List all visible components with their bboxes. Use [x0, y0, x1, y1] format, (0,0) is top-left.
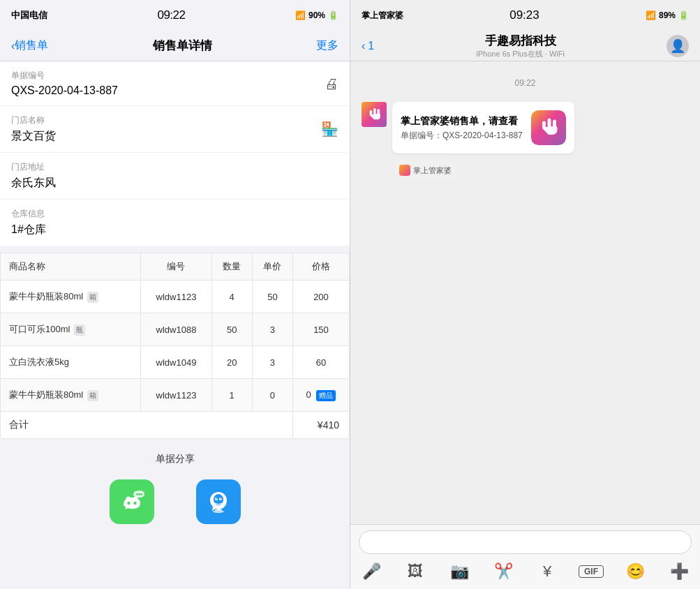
share-qq-button[interactable]	[196, 479, 241, 524]
right-battery: 89%	[659, 10, 676, 20]
camera-icon[interactable]: 📷	[447, 562, 472, 581]
product-total-2: 150	[292, 313, 349, 346]
left-status-bar: 中国电信 09:22 📶 90% 🔋	[0, 0, 350, 31]
chat-contact-name: 手趣易指科技	[374, 33, 667, 49]
card-hand-icon	[531, 110, 566, 145]
message-card-title: 掌上管家婆销售单，请查看	[401, 114, 523, 127]
chat-title-area: 手趣易指科技 iPhone 6s Plus在线 · WiFi	[374, 33, 667, 59]
col-total: 价格	[292, 253, 349, 281]
product-code-2: wldw1088	[141, 313, 211, 346]
product-price-4: 0	[252, 379, 292, 412]
field-order-number: 单据编号 QXS-2020-04-13-887 🖨	[0, 61, 350, 105]
field-store-address-value: 余氏东风	[11, 176, 338, 191]
chat-contact-status: iPhone 6s Plus在线 · WiFi	[374, 49, 667, 59]
order-id-value: QXS-2020-04-13-887	[442, 131, 523, 140]
right-time: 09:23	[509, 8, 539, 22]
message-input[interactable]	[359, 530, 692, 554]
share-title: 单据分享	[156, 453, 195, 465]
product-name-4: 蒙牛牛奶瓶装80ml 箱	[1, 379, 141, 412]
print-icon[interactable]: 🖨	[325, 75, 338, 91]
field-store-name: 门店名称 景文百货 🏪	[0, 106, 350, 152]
more-button[interactable]: 更多	[316, 38, 338, 53]
product-qty-3: 20	[211, 346, 252, 379]
svg-rect-13	[215, 509, 222, 512]
contact-avatar-button[interactable]: 👤	[667, 35, 689, 57]
left-panel: 中国电信 09:22 📶 90% 🔋 ‹ 销售单 销售单详情 更多 单据编号 Q…	[0, 0, 350, 589]
product-name-2: 可口可乐100ml 瓶	[1, 313, 141, 346]
total-amount: ¥410	[292, 412, 349, 439]
message-card: 掌上管家婆销售单，请查看 单据编号：QXS-2020-04-13-887	[392, 102, 574, 154]
voice-icon[interactable]: 🎤	[359, 562, 384, 581]
field-order-number-label: 单据编号	[11, 70, 338, 82]
mini-app-label: 掌上管家婆	[413, 165, 452, 176]
product-table: 商品名称 编号 数量 单价 价格 蒙牛牛奶瓶装80ml 箱 wldw1123 4…	[0, 253, 350, 439]
share-section: 单据分享	[0, 439, 350, 538]
svg-point-7	[140, 493, 142, 495]
payment-icon[interactable]: ¥	[535, 562, 560, 581]
product-price-2: 3	[252, 313, 292, 346]
svg-point-12	[220, 498, 221, 499]
table-row: 可口可乐100ml 瓶 wldw1088 50 3 150	[1, 313, 350, 346]
product-price-3: 3	[252, 346, 292, 379]
total-label: 合计	[1, 412, 293, 439]
shop-icon[interactable]: 🏪	[321, 121, 338, 137]
qq-icon	[204, 488, 232, 516]
product-code-4: wldw1123	[141, 379, 211, 412]
person-icon: 👤	[670, 38, 685, 54]
left-carrier: 中国电信	[11, 9, 47, 22]
right-back-label: 1	[368, 40, 374, 52]
svg-point-6	[138, 493, 140, 495]
right-battery-area: 📶 89% 🔋	[646, 10, 689, 20]
add-icon[interactable]: ➕	[667, 562, 692, 581]
field-warehouse-label: 仓库信息	[11, 208, 338, 220]
chat-area: 09:22	[350, 61, 700, 524]
right-status-bar: 掌上管家婆 09:23 📶 89% 🔋	[350, 0, 700, 31]
left-battery-icon: 🔋	[328, 10, 338, 20]
gif-icon[interactable]: GIF	[579, 565, 604, 578]
field-warehouse-value: 1#仓库	[11, 223, 338, 237]
chat-toolbar: 🎤 🖼 📷 ✂️ ¥ GIF 😊 ➕	[359, 560, 692, 583]
field-warehouse: 仓库信息 1#仓库	[0, 200, 350, 246]
right-back-button[interactable]: ‹ 1	[362, 40, 374, 52]
table-row: 蒙牛牛奶瓶装80ml 箱 wldw1123 1 0 0 赠品	[1, 379, 350, 412]
right-battery-icon: 🔋	[678, 10, 689, 20]
field-store-name-label: 门店名称	[11, 114, 338, 126]
col-code: 编号	[141, 253, 211, 281]
back-label: 销售单	[15, 38, 48, 53]
total-row: 合计 ¥410	[1, 412, 350, 439]
image-icon[interactable]: 🖼	[403, 562, 428, 581]
share-wechat-button[interactable]	[110, 479, 154, 524]
app-avatar-icon	[362, 102, 387, 127]
product-qty-4: 1	[211, 379, 252, 412]
message-row: 掌上管家婆销售单，请查看 单据编号：QXS-2020-04-13-887	[362, 102, 689, 180]
right-back-chevron-icon: ‹	[362, 40, 365, 52]
wechat-icon	[118, 488, 146, 516]
svg-point-3	[127, 502, 130, 505]
share-icons	[110, 479, 241, 524]
gift-tag: 赠品	[316, 390, 336, 401]
product-total-3: 60	[292, 346, 349, 379]
svg-point-5	[136, 493, 138, 495]
right-carrier: 掌上管家婆	[362, 10, 403, 22]
input-bar: 🎤 🖼 📷 ✂️ ¥ GIF 😊 ➕	[350, 524, 700, 589]
product-name-3: 立白洗衣液5kg	[1, 346, 141, 379]
left-signal-icon: 📶	[295, 10, 306, 20]
tag-bottle-2: 瓶	[74, 325, 85, 336]
message-card-sub: 单据编号：QXS-2020-04-13-887	[401, 130, 523, 142]
sticker-icon[interactable]: ✂️	[491, 562, 516, 581]
left-battery-area: 📶 90% 🔋	[295, 10, 338, 20]
field-store-address-label: 门店地址	[11, 161, 338, 173]
field-order-number-value: QXS-2020-04-13-887	[11, 84, 338, 97]
col-name: 商品名称	[1, 253, 141, 281]
table-row: 蒙牛牛奶瓶装80ml 箱 wldw1123 4 50 200	[1, 281, 350, 313]
mini-app-badge[interactable]: 掌上管家婆	[392, 161, 459, 180]
card-app-icon	[531, 110, 566, 145]
tag-box-4: 箱	[87, 390, 98, 401]
back-button[interactable]: ‹ 销售单	[11, 38, 48, 53]
product-price-1: 50	[252, 281, 292, 313]
left-time: 09:22	[157, 8, 185, 22]
field-store-address: 门店地址 余氏东风	[0, 153, 350, 199]
left-nav-bar: ‹ 销售单 销售单详情 更多	[0, 31, 350, 61]
emoji-icon[interactable]: 😊	[623, 562, 648, 581]
product-total-1: 200	[292, 281, 349, 313]
